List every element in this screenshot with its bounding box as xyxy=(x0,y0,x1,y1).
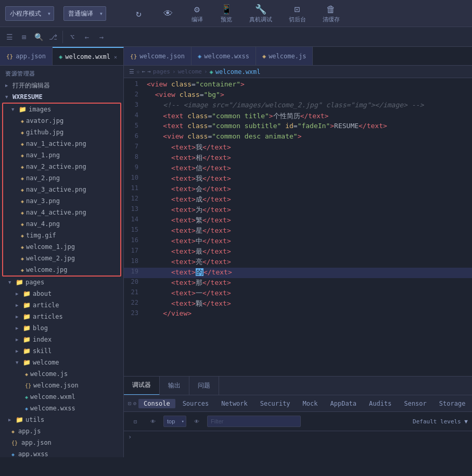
tab-welcome-js[interactable]: ◈ welcome.js xyxy=(256,47,313,66)
wxss-icon: ◈ xyxy=(25,406,28,411)
sidebar-utils-folder[interactable]: ▶ 📁 utils xyxy=(0,414,123,425)
back-icon[interactable]: ← xyxy=(80,30,94,44)
clear-btn[interactable]: 🗑 清缓存 xyxy=(314,2,348,26)
output-label: 输出 xyxy=(168,381,181,390)
compile-btn[interactable]: ⚙ 编译 xyxy=(183,2,212,26)
article-arrow: ▶ xyxy=(16,303,21,308)
sidebar-index[interactable]: ▶ 📁 index xyxy=(0,334,123,345)
app-json-icon: {} xyxy=(6,53,13,60)
refresh-btn[interactable]: ↻ xyxy=(124,6,154,21)
file-nav3[interactable]: ◈ nav_3.png xyxy=(3,195,120,207)
console-block-icon[interactable]: ⊡ xyxy=(128,396,131,411)
tab-welcome-json[interactable]: {} welcome.json xyxy=(124,47,192,66)
line-num-23: 23 xyxy=(124,309,145,317)
sidebar-appjs[interactable]: ◈ app.js xyxy=(0,425,123,437)
line-content-10: <text>我</text> xyxy=(145,174,472,183)
file-nav2active[interactable]: ◈ nav_2_active.png xyxy=(3,161,120,172)
file-nav2[interactable]: ◈ nav_2.png xyxy=(3,172,120,184)
console-tab-sensor[interactable]: Sensor xyxy=(399,399,431,408)
sidebar-welcome-folder[interactable]: ▼ 📁 welcome xyxy=(0,357,123,368)
compile-select[interactable]: 普通编译 xyxy=(63,6,106,21)
console-tab-sources[interactable]: Sources xyxy=(177,399,214,408)
line-content-11: <text>会</text> xyxy=(145,184,472,194)
console-tab-storage[interactable]: Storage xyxy=(434,399,471,408)
tab-welcome-wxml-close[interactable]: ✕ xyxy=(114,54,117,60)
file-nav3active[interactable]: ◈ nav_3_active.png xyxy=(3,184,120,195)
console-tab-audits[interactable]: Audits xyxy=(364,399,397,408)
file-avator[interactable]: ◈ avator.jpg xyxy=(3,115,120,127)
sep2: › xyxy=(172,68,176,75)
levels-label[interactable]: Default levels ▼ xyxy=(413,418,468,425)
file-welcome1[interactable]: ◈ welcome_1.jpg xyxy=(3,241,120,253)
file-welcome2[interactable]: ◈ welcome_2.jpg xyxy=(3,253,120,264)
preview-btn[interactable]: 📱 预览 xyxy=(212,2,241,26)
sidebar-welcome-wxss[interactable]: ◈ welcome.wxss xyxy=(0,403,123,414)
code-line-10: 10 <text>我</text> xyxy=(124,174,472,184)
line-num-9: 9 xyxy=(124,164,145,171)
bottom-tab-problems[interactable]: 问题 xyxy=(189,377,219,395)
console-tab-appdata[interactable]: AppData xyxy=(325,399,362,408)
sidebar-articles[interactable]: ▶ 📁 articles xyxy=(0,311,123,322)
bottom-tab-debugger[interactable]: 调试器 xyxy=(124,377,160,395)
sidebar-appwxss[interactable]: ◈ app.wxss xyxy=(0,448,123,457)
file-nav1[interactable]: ◈ nav_1.png xyxy=(3,149,120,161)
backend-btn[interactable]: ⊡ 切后台 xyxy=(280,2,314,26)
code-editor[interactable]: 1 <view class="container"> 2 <view class… xyxy=(124,78,472,376)
console-tab-mock[interactable]: Mock xyxy=(298,399,323,408)
tab-app-json[interactable]: {} app.json xyxy=(0,47,53,66)
tab-welcome-wxml[interactable]: ◈ welcome.wxml ✕ xyxy=(53,47,124,66)
sidebar-welcome-json[interactable]: {} welcome.json xyxy=(0,380,123,391)
sidebar-welcome-js[interactable]: ◈ welcome.js xyxy=(0,368,123,380)
console-circle-icon[interactable]: ⊘ xyxy=(133,396,136,411)
pages-arrow: ▼ xyxy=(8,280,14,285)
sidebar-about[interactable]: ▶ 📁 about xyxy=(0,288,123,299)
real-debug-label: 真机调试 xyxy=(249,16,272,23)
sidebar-open-editors[interactable]: ▶ 打开的编辑器 xyxy=(0,80,123,91)
file-nav1active[interactable]: ◈ nav_1_active.png xyxy=(3,138,120,149)
console-tab-network[interactable]: Network xyxy=(216,399,253,408)
mode-select-wrap[interactable]: 小程序模式 xyxy=(5,6,54,21)
sidebar-article[interactable]: ▶ 📁 article xyxy=(0,299,123,311)
sidebar-root[interactable]: ▼ WXRESUME xyxy=(0,91,123,103)
file-timg[interactable]: ◈ timg.gif xyxy=(3,230,120,241)
file-welcome[interactable]: ◈ welcome.jpg xyxy=(3,264,120,275)
console-eye-icon[interactable]: 👁 xyxy=(146,414,160,429)
mode-select[interactable]: 小程序模式 xyxy=(5,6,54,21)
git-icon[interactable]: ⎇ xyxy=(46,30,60,44)
explorer-icon[interactable]: ⊞ xyxy=(17,30,31,44)
clear-label: 清缓存 xyxy=(323,16,340,23)
breadcrumb-back[interactable]: ← xyxy=(142,68,146,75)
format-icon[interactable]: ⌥ xyxy=(65,30,80,44)
file-nav4[interactable]: ◈ nav_4.png xyxy=(3,218,120,230)
console-eye2-icon[interactable]: 👁 xyxy=(189,414,204,429)
file-nav4active[interactable]: ◈ nav_4_active.png xyxy=(3,207,120,218)
sidebar-blog[interactable]: ▶ 📁 blog xyxy=(0,322,123,334)
hamburger-icon[interactable]: ☰ xyxy=(2,30,17,44)
sidebar-skill[interactable]: ▶ 📁 skill xyxy=(0,345,123,357)
console-tab-security[interactable]: Security xyxy=(255,399,296,408)
search-icon[interactable]: 🔍 xyxy=(31,30,46,44)
sidebar-welcome-wxml[interactable]: ◈ welcome.wxml xyxy=(0,391,123,403)
pages-folder-icon: 📁 xyxy=(16,279,23,286)
bottom-tab-output[interactable]: 输出 xyxy=(160,377,189,395)
preview-icon-btn[interactable]: 👁 xyxy=(154,6,183,21)
sidebar-pages-folder[interactable]: ▼ 📁 pages xyxy=(0,277,123,288)
console-filter-icon[interactable]: ⊡ xyxy=(128,414,143,429)
tab-welcome-wxss[interactable]: ◈ welcome.wxss xyxy=(192,47,256,66)
real-debug-btn[interactable]: 🔧 真机调试 xyxy=(241,2,280,26)
line-num-8: 8 xyxy=(124,153,145,160)
code-line-13: 13 <text>为</text> xyxy=(124,205,472,216)
mock-label: Mock xyxy=(303,400,318,407)
line-num-1: 1 xyxy=(124,80,145,87)
forward-icon[interactable]: → xyxy=(94,30,109,44)
compile-select-wrap[interactable]: 普通编译 xyxy=(63,6,106,21)
sidebar-images-folder[interactable]: ▼ 📁 images xyxy=(3,104,120,115)
breadcrumb-forward[interactable]: → xyxy=(147,68,151,75)
filter-input[interactable] xyxy=(207,416,301,427)
welcome-js-label: welcome.js xyxy=(30,370,120,378)
sidebar-appjson[interactable]: {} app.json xyxy=(0,437,123,448)
file-github[interactable]: ◈ github.jpg xyxy=(3,127,120,138)
welcome-folder-icon: 📁 xyxy=(23,359,31,366)
console-tab-console[interactable]: Console xyxy=(138,399,175,408)
top-select[interactable]: top xyxy=(163,416,186,427)
